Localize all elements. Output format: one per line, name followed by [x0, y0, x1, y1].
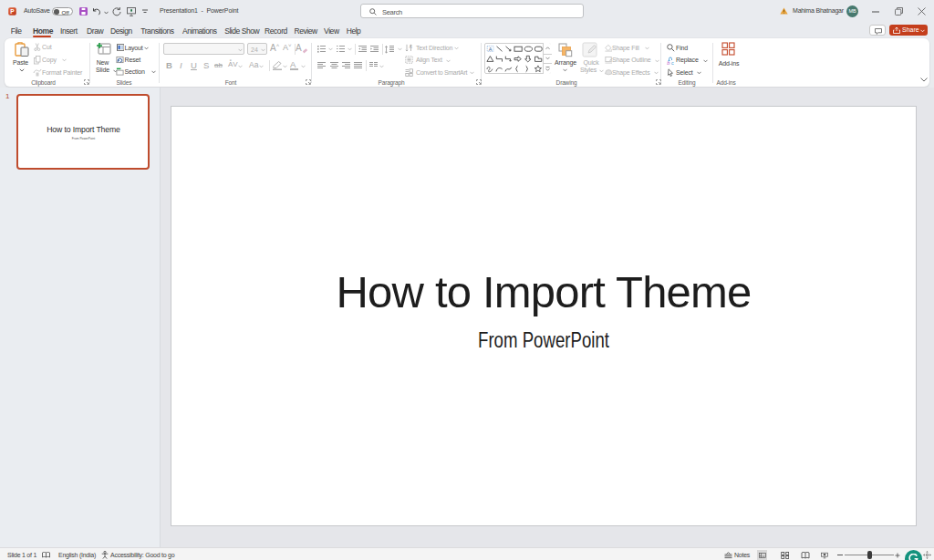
svg-text:A: A	[489, 47, 493, 52]
svg-text:b: b	[667, 59, 669, 64]
svg-text:P: P	[10, 8, 15, 15]
svg-text:c: c	[671, 59, 674, 64]
svg-text:A: A	[410, 44, 413, 49]
